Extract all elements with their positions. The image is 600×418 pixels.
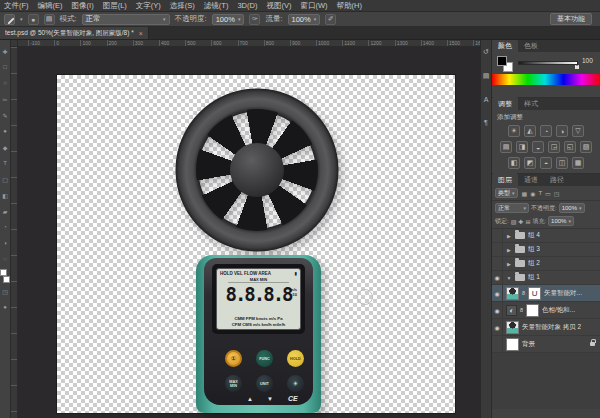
adjustment-icon[interactable]: ◔ [540,125,552,137]
color-slider[interactable] [518,61,578,65]
adjustment-icon[interactable]: ▤ [500,141,512,153]
tab-layers[interactable]: 图层 [492,173,518,186]
tab-color[interactable]: 颜色 [492,39,518,52]
adjustment-icon[interactable]: ◱ [564,141,576,153]
tool-icon[interactable]: ● [0,123,11,139]
tab-channels[interactable]: 通道 [518,173,544,186]
layer-opacity-dropdown[interactable]: 100%▾ [559,203,585,213]
toggle-brush-panel-icon[interactable]: ▤ [44,14,55,25]
visibility-toggle[interactable] [492,257,503,270]
tool-icon[interactable]: ◆ [0,139,11,155]
tool-icon[interactable]: ✂ [0,91,11,107]
adjustment-layer-icon[interactable]: ◐ [506,305,517,316]
panel-dock-icon[interactable]: ¶ [484,119,488,126]
layer-row-selected[interactable]: ◉ 8 U 矢量智能对... [492,285,600,302]
tab-paths[interactable]: 路径 [544,173,570,186]
adjustment-icon[interactable]: ◫ [556,157,568,169]
chevron-down-icon[interactable]: ▾ [20,16,23,22]
foreground-color-swatch[interactable] [497,56,507,66]
adjustment-icon[interactable]: ◑ [556,125,568,137]
tool-icon[interactable]: ◧ [0,187,11,203]
filter-type-icon[interactable]: ◉ [530,190,535,197]
opacity-dropdown[interactable]: 100%▾ [212,14,245,25]
blend-mode-dropdown[interactable]: 正常▾ [495,203,529,213]
adjustment-icon[interactable]: ▽ [572,125,584,137]
visibility-toggle[interactable]: ◉ [492,319,503,335]
canvas-transparent-background[interactable]: HOLD VEL FLOW AREA ▮ MAX MIN 8.8.8.8 m/s… [57,75,455,413]
color-spectrum-bar[interactable] [492,74,600,85]
layer-group-row[interactable]: ▶ 组 4 [492,229,600,243]
adjustment-icon[interactable]: ◨ [516,141,528,153]
menu-item[interactable]: 图层(L) [103,1,127,11]
slider-thumb-icon[interactable] [575,65,579,69]
visibility-toggle[interactable]: ◉ [492,285,503,301]
tool-icon[interactable]: ◌ [0,251,11,267]
tool-icon[interactable]: ▢ [0,171,11,187]
pressure-opacity-icon[interactable]: ✑ [249,14,260,25]
menu-item[interactable]: 文字(Y) [136,1,161,11]
layer-group-row[interactable]: ▶ 组 2 [492,257,600,271]
tab-swatches[interactable]: 色板 [518,39,544,52]
filter-type-icon[interactable]: T [538,190,542,197]
adjustment-icon[interactable]: ▨ [580,141,592,153]
tool-icon[interactable]: ▰ [0,203,11,219]
panel-dock-icon[interactable]: ↺ [483,48,489,56]
workspace-switcher-button[interactable]: 基本功能 [550,13,592,25]
tool-icon[interactable]: ✎ [0,107,11,123]
tool-icon[interactable]: ◔ [0,219,11,235]
menu-item[interactable]: 3D(D) [237,1,257,11]
layer-thumbnail[interactable] [506,338,519,351]
menu-item[interactable]: 窗口(W) [300,1,327,11]
layer-thumbnail[interactable] [506,287,519,300]
airbrush-icon[interactable]: ✐ [325,14,336,25]
menu-item[interactable]: 滤镜(T) [204,1,229,11]
lock-option-icon[interactable]: ▨ [511,218,517,225]
menu-item[interactable]: 图像(I) [72,1,94,11]
visibility-toggle[interactable]: ◉ [492,302,503,318]
background-color-swatch[interactable] [3,276,10,283]
layer-fill-dropdown[interactable]: 100%▾ [548,216,574,226]
document-tab[interactable]: test.psd @ 50%(矢量智能对象, 图层蒙版/8) * × [0,27,149,39]
menu-item[interactable]: 文件(F) [4,1,29,11]
menu-item[interactable]: 选择(S) [170,1,195,11]
tool-icon[interactable]: ● [0,299,11,315]
tab-adjustments[interactable]: 调整 [492,97,518,110]
flow-dropdown[interactable]: 100%▾ [288,14,321,25]
layer-group-row-open[interactable]: ◉ ▼ 组 1 [492,271,600,285]
menu-item[interactable]: 编辑(E) [38,1,63,11]
layer-row-background[interactable]: 背景 [492,336,600,353]
foreground-color-swatch[interactable] [0,269,7,276]
layer-thumbnail[interactable] [506,321,519,334]
mode-dropdown[interactable]: 正常▾ [82,14,170,25]
layer-group-row[interactable]: ▶ 组 3 [492,243,600,257]
tool-icon[interactable]: ✚ [0,43,11,59]
layer-mask-thumbnail[interactable]: U [528,287,541,300]
adjustment-icon[interactable]: ◒ [532,141,544,153]
tool-icon[interactable]: ◑ [0,235,11,251]
layer-row[interactable]: ◉ 矢量智能对象 拷贝 2 [492,319,600,336]
chevron-right-icon[interactable]: ▶ [506,261,512,267]
adjustment-icon[interactable]: ☀ [508,125,520,137]
lock-option-icon[interactable]: ⊞ [525,218,530,225]
brush-tool-icon[interactable] [4,14,15,25]
chevron-down-icon[interactable]: ▼ [506,275,512,281]
tab-styles[interactable]: 样式 [518,97,544,110]
layer-row-adjustment[interactable]: ◉ ◐ 8 色相/饱和... [492,302,600,319]
visibility-toggle[interactable]: ◉ [492,271,503,284]
adjustment-icon[interactable]: ◧ [508,157,520,169]
close-icon[interactable]: × [139,30,143,37]
filter-type-icon[interactable]: ◳ [554,190,560,197]
adjustment-icon[interactable]: ▦ [572,157,584,169]
tool-icon[interactable]: □ [0,59,11,75]
filter-kind-dropdown[interactable]: 类型▾ [495,188,518,198]
filter-type-icon[interactable]: ▭ [545,190,551,197]
menu-item[interactable]: 帮助(H) [337,1,362,11]
panel-dock-icon[interactable]: A [484,96,489,103]
visibility-toggle[interactable] [492,243,503,256]
brush-preset-icon[interactable]: ● [28,14,39,25]
menu-item[interactable]: 视图(V) [266,1,291,11]
tool-icon[interactable]: ○ [0,75,11,91]
lock-option-icon[interactable]: ✚ [518,218,523,225]
document-area[interactable]: HOLD VEL FLOW AREA ▮ MAX MIN 8.8.8.8 m/s… [18,47,480,418]
adjustment-icon[interactable]: ◭ [524,125,536,137]
